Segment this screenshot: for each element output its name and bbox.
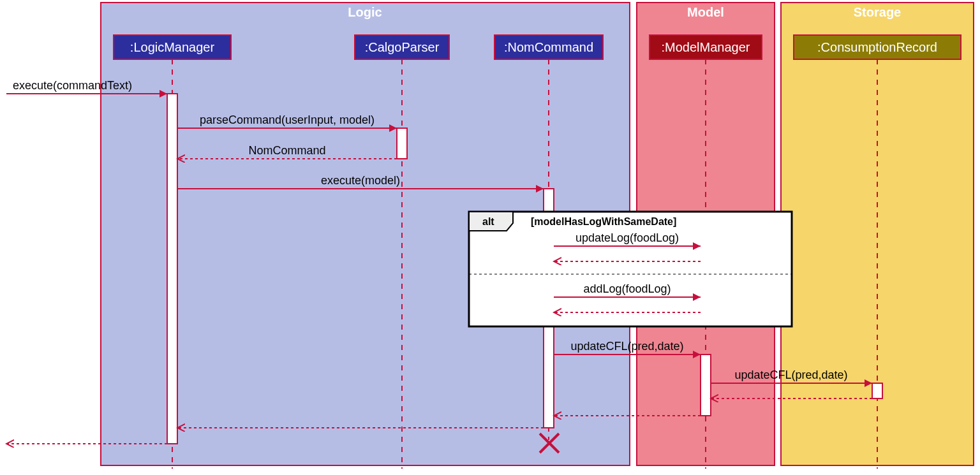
msg-return-nomcommand-label: NomCommand (248, 144, 325, 157)
label-model-manager: :ModelManager (662, 40, 750, 54)
msg-execute-model-label: execute(model) (321, 174, 400, 187)
activation-model-manager-updatecfl (701, 354, 711, 416)
frame-storage-title: Storage (854, 5, 901, 19)
sequence-diagram: Logic Model Storage :LogicManager :Calgo… (0, 0, 980, 475)
frame-logic-title: Logic (348, 5, 382, 19)
alt-fragment (469, 212, 792, 326)
frame-model-title: Model (687, 5, 724, 19)
msg-update-cfl-2-label: updateCFL(pred,date) (734, 369, 847, 381)
label-calgo-parser: :CalgoParser (365, 40, 440, 54)
alt-guard-label: [modelHasLogWithSameDate] (531, 216, 676, 227)
activation-calgo-parser (397, 128, 407, 159)
msg-add-log-label: addLog(foodLog) (583, 282, 671, 295)
msg-parse-command-label: parseCommand(userInput, model) (200, 113, 375, 126)
label-logic-manager: :LogicManager (130, 40, 215, 54)
msg-update-log-label: updateLog(foodLog) (575, 231, 679, 244)
activation-consumption-record (872, 383, 882, 398)
activation-logic-manager (167, 94, 177, 444)
label-nom-command: :NomCommand (504, 40, 593, 54)
msg-execute-command-label: execute(commandText) (13, 79, 132, 92)
msg-update-cfl-1-label: updateCFL(pred,date) (570, 340, 683, 353)
alt-operator-label: alt (482, 216, 494, 227)
label-consumption-record: :ConsumptionRecord (817, 40, 937, 54)
